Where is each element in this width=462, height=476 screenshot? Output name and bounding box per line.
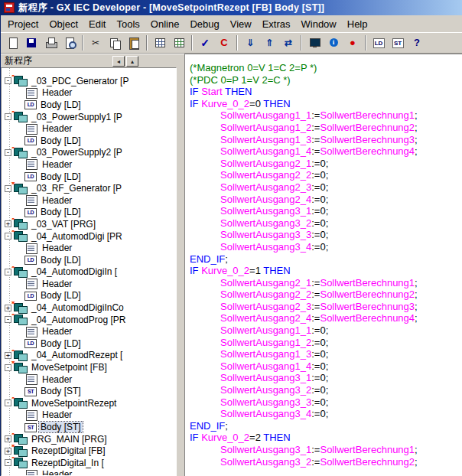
transfer-button[interactable] (279, 34, 298, 52)
tree-item[interactable]: +*_03_VAT [PRG] (2, 218, 176, 230)
tree-item[interactable]: +*RezeptDigital [FB] (2, 445, 176, 457)
print-button[interactable] (41, 34, 60, 52)
collapse-icon[interactable]: - (5, 77, 11, 84)
panel-splitter[interactable] (177, 54, 184, 476)
menu-edit[interactable]: Edit (83, 16, 111, 32)
new-button[interactable] (3, 34, 21, 52)
tree-item[interactable]: Header (2, 87, 176, 99)
code-plain: ; (415, 444, 418, 455)
menu-tools[interactable]: Tools (111, 16, 145, 32)
menu-extras[interactable]: Extras (257, 16, 296, 32)
tree-item[interactable]: Header (2, 278, 176, 290)
tree-item[interactable]: LDBody [LD] (2, 254, 176, 266)
tree-item[interactable]: Header (2, 469, 176, 476)
code-identifier: SollwertBerechnung2 (320, 122, 415, 133)
tree-item[interactable]: +*PRG_MAIN [PRG] (2, 433, 176, 445)
tree-item[interactable]: -*_03_PDC_Generator [P (2, 75, 176, 87)
expand-icon[interactable]: + (5, 220, 11, 227)
tree-item[interactable]: -*_04_AutomodProg [PR (2, 314, 176, 326)
project-panel-caption[interactable]: 新程序 ◂▴ (1, 54, 177, 67)
tree-item[interactable]: STBody [ST] (2, 385, 176, 397)
tree-item[interactable]: Header (2, 409, 176, 422)
tree-item[interactable]: Header (2, 373, 176, 386)
menu-debug[interactable]: Debug (184, 16, 224, 32)
tree-item[interactable]: Header (2, 242, 176, 254)
tree-item[interactable]: LDBody [LD] (2, 135, 176, 147)
app-icon[interactable] (4, 2, 15, 13)
expand-icon[interactable]: + (5, 305, 11, 311)
download-button[interactable] (241, 34, 259, 52)
help-button[interactable] (408, 34, 426, 52)
copy-button[interactable] (106, 34, 124, 52)
st-editor[interactable]: (*Magnetron 0=V 1=C 2=P *)(*PDC 0=P 1=V … (184, 54, 462, 476)
project-panel-title: 新程序 (5, 54, 32, 67)
grid-header-button[interactable] (151, 34, 169, 52)
tree-item[interactable]: Header (2, 158, 176, 171)
tree-item[interactable]: LDBody [LD] (2, 290, 176, 302)
code-line: SollwertAusgang2_4:=0; (190, 194, 462, 206)
code-line: SollwertAusgang3_2:=SollwertBerechnung2; (190, 456, 462, 468)
collapse-icon[interactable]: - (5, 399, 11, 406)
collapse-icon[interactable]: - (5, 149, 11, 156)
collapse-icon[interactable]: - (5, 459, 11, 466)
paste-button[interactable] (125, 34, 143, 52)
expand-icon[interactable]: + (5, 448, 11, 455)
tree-item[interactable]: LDBody [LD] (2, 337, 176, 350)
collapse-icon[interactable]: - (5, 185, 11, 192)
tree-item[interactable]: -*_03_RF_Generator [P (2, 182, 176, 194)
code-plain: ; (415, 122, 418, 133)
upload-button[interactable] (260, 34, 278, 52)
menu-help[interactable]: Help (342, 16, 373, 32)
grid-body-button[interactable] (170, 34, 188, 52)
record-button[interactable] (343, 34, 362, 52)
tree-item[interactable]: Header (2, 325, 176, 337)
tree-item[interactable]: -*_04_AutomodDigiIn [ (2, 266, 176, 279)
collapse-icon[interactable]: - (5, 233, 11, 240)
menu-window[interactable]: Window (296, 16, 342, 32)
title-bar[interactable]: 新程序 - GX IEC Developer - [MoveSetpointRe… (1, 0, 462, 15)
code-line: END_IF; (190, 253, 462, 266)
convert-button[interactable] (215, 34, 233, 52)
collapse-icon[interactable]: - (5, 113, 11, 120)
expand-icon[interactable]: + (5, 435, 11, 442)
print-preview-button[interactable] (60, 34, 79, 52)
tree-item[interactable]: STBody [ST] (2, 421, 176, 433)
tree-item[interactable]: -*RezeptDigital_In [ (2, 457, 176, 469)
tree-item[interactable]: LDBody [LD] (2, 207, 176, 219)
info-button[interactable] (324, 34, 343, 52)
save-button[interactable] (22, 34, 41, 52)
code-plain: =2 (249, 432, 263, 443)
tree-item[interactable]: -*_03_PowerSupply1 [P (2, 111, 176, 123)
dock-up-button[interactable]: ▴ (126, 56, 138, 67)
code-line: SollwertAusgang2_1:=0; (190, 158, 462, 170)
tree-item[interactable]: LDBody [LD] (2, 99, 176, 111)
tree-item-label: Header (41, 195, 73, 206)
collapse-icon[interactable]: - (5, 316, 11, 323)
tree-item[interactable]: -*_03_PowerSupply2 [P (2, 147, 176, 159)
tree-item[interactable]: +*_04_AutomodDigiInCo (2, 302, 176, 314)
tree-item[interactable]: LDBody [LD] (2, 171, 176, 183)
monitor-button[interactable] (305, 34, 324, 52)
tree-item[interactable]: -*_04_AutomodDigi [PR (2, 230, 176, 243)
code-plain: ; (415, 145, 418, 157)
menu-view[interactable]: View (225, 16, 257, 32)
tree-item[interactable]: Header (2, 194, 176, 207)
header-icon (24, 279, 38, 289)
tree-item[interactable]: Header (2, 122, 176, 135)
menu-object[interactable]: Object (44, 16, 83, 32)
menu-project[interactable]: Project (2, 16, 44, 32)
collapse-icon[interactable]: - (5, 269, 11, 275)
menu-online[interactable]: Online (145, 16, 185, 32)
expand-icon[interactable]: + (5, 352, 11, 359)
code-identifier: SollwertAusgang3_2 (220, 456, 311, 468)
pou-icon: * (14, 458, 28, 468)
tree-item[interactable]: -*MoveSetpoint [FB] (2, 361, 176, 373)
pou-ld-button[interactable] (369, 34, 388, 52)
dock-left-button[interactable]: ◂ (112, 56, 125, 67)
pou-st-button[interactable] (389, 34, 407, 52)
tree-item[interactable]: -*MoveSetpointRezept (2, 397, 176, 409)
cut-button[interactable] (86, 34, 105, 52)
collapse-icon[interactable]: - (5, 364, 11, 371)
check-button[interactable] (196, 34, 214, 52)
tree-item[interactable]: +*_04_AutomodRezept [ (2, 350, 176, 362)
